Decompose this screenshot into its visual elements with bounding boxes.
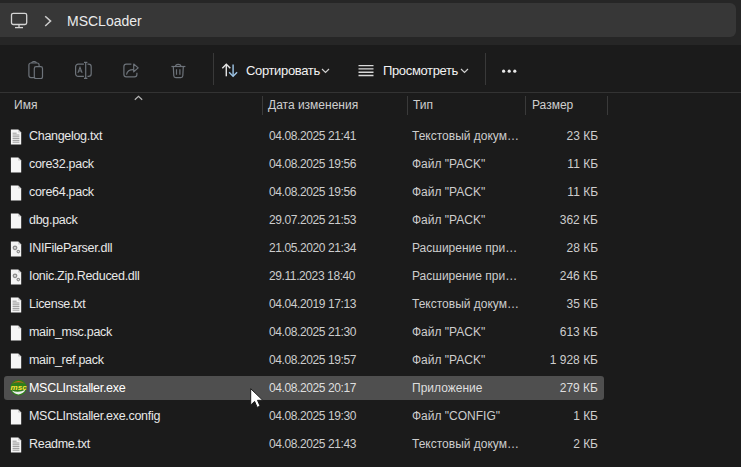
svg-text:msc: msc	[11, 383, 27, 392]
